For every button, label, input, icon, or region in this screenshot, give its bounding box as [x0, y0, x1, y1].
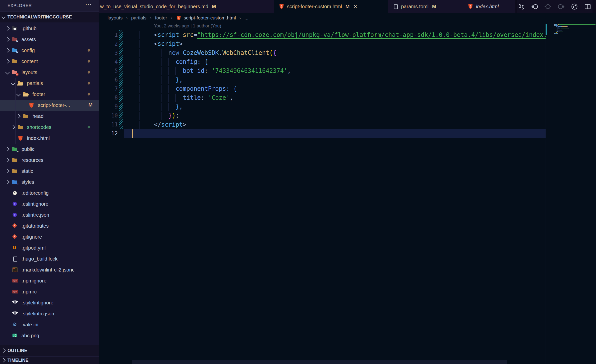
tab-params-toml[interactable]: params.tomlM [388, 0, 463, 13]
code-line-5[interactable]: bot_id: '7433496463411642374', [132, 66, 291, 75]
tree-item--hugo-build-lock[interactable]: .hugo_build.lock [0, 253, 99, 264]
tree-item-index-html[interactable]: 5index.html [0, 133, 99, 144]
code-line-11[interactable]: </script> [132, 120, 186, 129]
tree-item-static[interactable]: static [0, 166, 99, 177]
tree-item--gitignore[interactable]: Y.gitignore [0, 231, 99, 242]
source-control-compare-icon[interactable] [518, 3, 525, 10]
tree-item-head[interactable]: head [0, 111, 99, 122]
code-line-1[interactable]: <script src="https://sf-cdn.coze.com/obj… [132, 30, 546, 39]
tree-item-partials[interactable]: partials [0, 78, 99, 89]
line-number[interactable]: 12 [99, 129, 118, 138]
breadcrumb-item-footer[interactable]: footer [155, 15, 167, 21]
tree-item-abc-png[interactable]: ▲▲abc.png [0, 330, 99, 341]
code-line-8[interactable]: title: 'Coze', [132, 93, 233, 102]
code-line-10[interactable]: }); [132, 111, 179, 120]
minimap-left-edge [546, 23, 546, 364]
code-line-6[interactable]: }, [132, 75, 183, 84]
tree-item--markdownlint-cli2-jsonc[interactable]: M⇣Lint.markdownlint-cli2.jsonc [0, 264, 99, 275]
breadcrumb-separator: › [126, 15, 128, 21]
minimap-line [557, 30, 563, 30]
section-header-outline[interactable]: OUTLINE [0, 345, 99, 356]
chevron-right-icon[interactable] [5, 26, 10, 31]
tree-item--npmignore[interactable]: npm.npmignore [0, 275, 99, 286]
breadcrumb-item-layouts[interactable]: layouts [108, 15, 123, 21]
chevron-right-icon[interactable] [5, 59, 10, 64]
breadcrumb-item-partials[interactable]: partials [131, 15, 147, 21]
tree-item--gitpod-yml[interactable]: G.gitpod.yml [0, 242, 99, 253]
tree-item-shortcodes[interactable]: shortcodes [0, 122, 99, 133]
chevron-down-icon[interactable] [5, 70, 10, 75]
tree-item--npmrc[interactable]: npm.npmrc [0, 286, 99, 297]
section-header-timeline[interactable]: TIMELINE [0, 357, 99, 364]
code-line-7[interactable]: componentProps: { [132, 84, 237, 93]
chevron-right-icon[interactable] [11, 125, 15, 129]
minimap[interactable] [552, 24, 596, 39]
line-number[interactable]: 6 [99, 75, 118, 84]
tree-item--editorconfig[interactable]: .editorconfig [0, 187, 99, 198]
code-editor[interactable]: You, 2 weeks ago | 1 author (You)1 <scri… [99, 23, 596, 364]
split-editor-icon[interactable] [584, 3, 591, 10]
file-icon [393, 4, 399, 9]
tree-item-content[interactable]: content [0, 56, 99, 67]
tree-item-layouts[interactable]: <>layouts [0, 67, 99, 78]
tree-item-styles[interactable]: {}styles [0, 177, 99, 187]
line-number[interactable]: 2 [99, 39, 118, 48]
chevron-right-icon[interactable] [5, 48, 10, 53]
tree-item-assets[interactable]: ⚙assets [0, 34, 99, 45]
breadcrumb-file[interactable]: script-footer-custom.html [184, 15, 236, 21]
section-header-project[interactable]: TECHNICALWRITINGCOURSE [0, 11, 99, 22]
code-line-9[interactable]: }, [132, 102, 183, 111]
line-number[interactable]: 3 [99, 48, 118, 57]
gutter-change-hatch [119, 30, 123, 129]
outline-section-title: OUTLINE [7, 348, 27, 353]
close-icon[interactable]: × [354, 3, 357, 10]
tree-item--stylelintignore[interactable]: .stylelintignore [0, 297, 99, 308]
code-line-3[interactable]: new CozeWebSDK.WebChatClient({ [132, 48, 277, 57]
line-number[interactable]: 9 [99, 102, 118, 111]
tree-item--stylelintrc-json[interactable]: .stylelintrc.json [0, 308, 99, 319]
chevron-right-icon[interactable] [5, 147, 10, 151]
tree-item--gitattributes[interactable]: Y.gitattributes [0, 220, 99, 231]
previous-change-icon[interactable] [531, 3, 538, 10]
tree-item-label: .markdownlint-cli2.jsonc [21, 267, 74, 273]
tree-item--vale-ini[interactable]: ⚙.vale.ini [0, 319, 99, 330]
chevron-right-icon[interactable] [5, 180, 10, 184]
chevron-right-icon[interactable] [5, 37, 10, 42]
tree-item-footer[interactable]: footer [0, 89, 99, 100]
line-number[interactable]: 10 [99, 111, 118, 120]
tree-item-resources[interactable]: resources [0, 155, 99, 166]
more-actions-icon[interactable]: ⋯ [85, 0, 92, 8]
line-number[interactable]: 1 [99, 30, 118, 39]
tree-item--eslintignore[interactable]: .eslintignore [0, 198, 99, 209]
minimap-line [554, 33, 558, 34]
breadcrumb-overflow[interactable]: ... [244, 15, 248, 21]
tree-item-script-footer-[interactable]: 5script-footer-...M [0, 100, 99, 111]
tab-w-to-use-visual-studio-code-for-beginners-md[interactable]: w_to_use_visual_studio_code_for_beginner… [99, 0, 274, 13]
code-line-2[interactable]: <script> [132, 39, 183, 48]
chevron-down-icon[interactable] [11, 81, 15, 86]
chevron-right-icon[interactable] [16, 114, 21, 118]
line-number[interactable]: 5 [99, 66, 118, 75]
tree-item-label: config [21, 48, 35, 53]
code-line-4[interactable]: config: { [132, 57, 208, 66]
minimap-line [557, 31, 563, 31]
tree-item-config[interactable]: ⚙config [0, 45, 99, 56]
tree-item-label: .gitignore [21, 234, 42, 240]
line-number[interactable]: 8 [99, 93, 118, 102]
codelens-blame[interactable]: You, 2 weeks ago | 1 author (You) [154, 23, 221, 29]
chevron-down-icon[interactable] [16, 92, 21, 96]
tree-item-label: index.html [27, 135, 50, 141]
tab-index-html[interactable]: 5index.html [463, 0, 515, 13]
line-number[interactable]: 7 [99, 84, 118, 93]
html-icon: 5 [28, 102, 34, 108]
line-number[interactable]: 11 [99, 120, 118, 129]
tree-item--eslintrc-json[interactable]: .eslintrc.json [0, 209, 99, 220]
tab-script-footer-custom-html[interactable]: 5script-footer-custom.htmlM× [274, 0, 388, 13]
chevron-right-icon[interactable] [5, 169, 10, 173]
chevron-right-icon[interactable] [5, 158, 10, 162]
tree-item--github[interactable]: .github [0, 23, 99, 34]
line-number[interactable]: 4 [99, 57, 118, 66]
tree-item-public[interactable]: •••public [0, 144, 99, 155]
horizontal-scrollbar[interactable] [132, 360, 507, 364]
git-graph-icon[interactable] [571, 3, 578, 10]
